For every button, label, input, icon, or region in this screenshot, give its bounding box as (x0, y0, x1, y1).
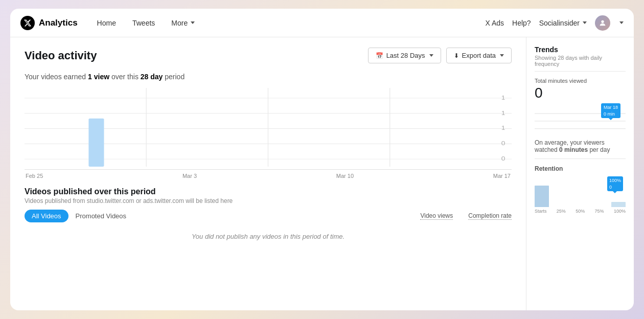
tabs: All Videos Promoted Videos (25, 210, 133, 222)
logo-area: Analytics (20, 16, 78, 30)
x-ads-link[interactable]: X Ads (485, 19, 504, 27)
col-video-views: Video views (420, 212, 453, 220)
trends-title: Trends (535, 45, 626, 54)
calendar-icon: 📅 (376, 52, 383, 59)
svg-text:0: 0 (501, 155, 505, 162)
section-title: Videos published over this period (25, 187, 512, 196)
x-label-mar10: Mar 10 (336, 173, 354, 179)
total-minutes-label: Total minutes viewed (535, 78, 626, 84)
download-icon: ⬇ (454, 52, 459, 59)
empty-message: You did not publish any videos in this p… (25, 233, 512, 240)
right-panel: Trends Showing 28 days with daily freque… (526, 37, 634, 310)
content-area: Video activity 📅 Last 28 Days ⬇ Export d… (10, 37, 634, 310)
svg-text:0: 0 (501, 141, 505, 147)
retention-tooltip: 100% 0 (607, 176, 623, 191)
page-header: Video activity 📅 Last 28 Days ⬇ Export d… (25, 48, 512, 63)
tab-all-videos[interactable]: All Videos (25, 210, 68, 222)
nav-right: X Ads Help? Socialinsider (485, 15, 624, 31)
x-logo-icon (20, 16, 35, 30)
trend-tooltip: Mar 18 0 min (601, 103, 620, 118)
chart-x-labels: Feb 25 Mar 3 Mar 10 Mar 17 (25, 173, 512, 179)
summary-text: Your videos earned 1 view over this 28 d… (25, 73, 512, 81)
chevron-down-icon (191, 21, 195, 24)
svg-text:1: 1 (501, 125, 505, 131)
tabs-row: All Videos Promoted Videos Video views C… (25, 210, 512, 222)
svg-point-0 (601, 20, 604, 22)
chevron-down-icon (500, 54, 504, 57)
x-label-mar17: Mar 17 (493, 173, 511, 179)
svg-rect-9 (88, 119, 104, 167)
ret-bar-starts (535, 186, 549, 207)
chevron-down-icon (429, 54, 433, 57)
ret-label-100: 100% (614, 209, 626, 214)
svg-text:1: 1 (501, 95, 505, 101)
x-label-feb25: Feb 25 (26, 173, 43, 179)
socialinsider-menu[interactable]: Socialinsider (539, 19, 587, 27)
retention-title: Retention (535, 165, 626, 172)
avatar[interactable] (595, 15, 610, 31)
trends-subtitle: Showing 28 days with daily frequency (535, 55, 626, 72)
total-minutes-value: 0 (535, 85, 626, 101)
retention-chart: 100% 0 (535, 176, 626, 207)
nav-home[interactable]: Home (90, 15, 123, 31)
nav-more[interactable]: More (164, 15, 202, 31)
nav-links: Home Tweets More (90, 15, 202, 31)
app-title: Analytics (39, 18, 78, 28)
svg-text:1: 1 (501, 110, 505, 116)
section-subtitle: Videos published from studio.twitter.com… (25, 197, 512, 204)
ret-bar-100 (611, 202, 626, 207)
ret-label-25: 25% (557, 209, 566, 214)
ret-label-starts: Starts (535, 209, 547, 214)
chart-area: 1 1 1 0 0 (25, 88, 512, 170)
header-actions: 📅 Last 28 Days ⬇ Export data (368, 48, 512, 63)
column-headers: Video views Completion rate (420, 212, 512, 220)
retention-x-labels: Starts 25% 50% 75% 100% (535, 209, 626, 214)
export-button[interactable]: ⬇ Export data (446, 48, 512, 63)
left-panel: Video activity 📅 Last 28 Days ⬇ Export d… (10, 37, 526, 310)
topnav: Analytics Home Tweets More X Ads Help? S… (10, 9, 634, 37)
help-link[interactable]: Help? (512, 19, 531, 27)
tab-promoted-videos[interactable]: Promoted Videos (68, 210, 134, 222)
col-completion-rate: Completion rate (468, 212, 512, 220)
videos-section: Videos published over this period Videos… (25, 187, 512, 240)
page-title: Video activity (25, 49, 97, 62)
chevron-down-icon (583, 21, 587, 24)
mini-trend-chart: Mar 18 0 min (535, 103, 626, 134)
nav-tweets[interactable]: Tweets (125, 15, 162, 31)
chart-svg: 1 1 1 0 0 (25, 88, 512, 169)
ret-label-50: 50% (576, 209, 585, 214)
chevron-down-icon (619, 21, 624, 24)
ret-label-75: 75% (595, 209, 604, 214)
x-label-mar3: Mar 3 (182, 173, 197, 179)
avg-text: On average, your viewers watched 0 minut… (535, 139, 626, 159)
date-range-button[interactable]: 📅 Last 28 Days (368, 48, 441, 63)
